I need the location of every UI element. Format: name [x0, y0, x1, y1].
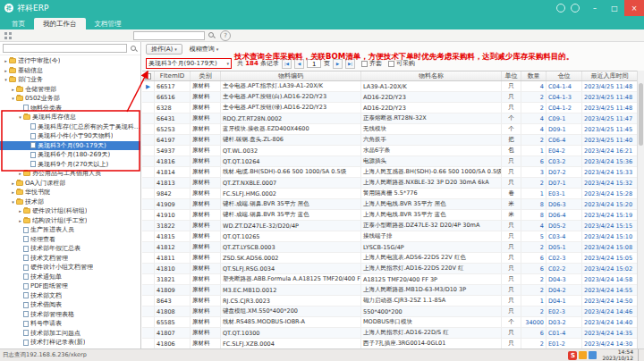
table-row[interactable]: 54937原材料QT.WL.0032水晶6字条包1E04-22023/4/24 … [142, 146, 637, 156]
search-icon[interactable] [208, 31, 216, 39]
user-icon[interactable] [556, 4, 565, 13]
show-desktop-button[interactable] [638, 349, 641, 361]
table-row[interactable]: 41810原材料QT.SLFJ.RSG.0034上海人民指示灯.AD16-22D… [142, 264, 637, 274]
column-header[interactable]: 单位 [502, 71, 521, 80]
table-row[interactable]: 41813原材料QT.ZT.NXBLE.0007上海人民断路器.NXBLE-32… [142, 178, 637, 189]
fuzzy-query-dropdown[interactable]: 模糊查询 ▾ [190, 45, 219, 54]
chevron-down-icon[interactable]: ▾ [3, 75, 9, 85]
chevron-right-icon[interactable]: ▸ [17, 169, 23, 179]
sidebar-search-input[interactable] [3, 44, 127, 53]
chevron-down-icon[interactable]: ▾ [17, 113, 23, 122]
table-row[interactable]: 9842原材料FC.SLFJ.HMG.0002警用隔离栅 5.5*776卷1E0… [142, 189, 637, 199]
table-row[interactable]: ▶66517原材料主令电器.APT.指示灯.LA39-A1-20X/KLA39-… [142, 81, 637, 92]
table-row[interactable]: 41811原材料ZSD.SK.AD56.0002上海人民电流表.AD56-22D… [142, 253, 637, 264]
column-header[interactable]: 物料编码 [221, 71, 361, 80]
table-row[interactable]: 64197原材料键杆.碳钢.盘头.ZL-806六角扳手把2C06-42023/4… [142, 135, 637, 146]
tree-item[interactable]: 技术文档管理 [0, 254, 140, 264]
global-search-input[interactable] [133, 31, 205, 40]
maximize-button[interactable]: □ [605, 0, 624, 16]
tree-item[interactable]: ▸仓储管理部 [0, 85, 140, 95]
apps-grid-icon[interactable] [4, 32, 12, 39]
tree-item[interactable]: 吴现科6个月(180-269天) [0, 150, 140, 160]
tree-item[interactable]: ▸基础信息 [0, 66, 140, 76]
tab-1[interactable]: 我的工作台 [34, 18, 86, 29]
table-row[interactable]: 41909原材料键杆.成端.铜鼻.BVR 35平方 黑色上海人民电线.BVR 3… [142, 199, 637, 210]
table-row[interactable]: 66516原材料主令电器.APT.按钮(白).AD16-22D/Y23AD16-… [142, 92, 637, 103]
tree-item[interactable]: 技术部文档 [0, 291, 140, 301]
chevron-right-icon[interactable]: ▸ [10, 179, 16, 189]
table-row[interactable]: 41816原材料QT.QT.10264电源插头只6C03-22023/4/24 … [142, 156, 637, 167]
chevron-down-icon[interactable]: ▾ [10, 94, 16, 104]
table-row[interactable]: 41809原材料M3.EC.MB1D.0012上海人民断路器.MB1D-63-M… [142, 285, 637, 296]
table-row[interactable]: 6328原材料主令电器.APT.按钮(绿).AD16-22D/Y23AD16-2… [142, 103, 637, 113]
table-row[interactable]: 66431原材料RDQ.ZT.RT28N.0002正泰熔断器.RT28N-32X… [142, 113, 637, 124]
help-icon[interactable]: ? [220, 30, 231, 41]
table-row[interactable]: 41814原材料线材.电缆.BH(SDH)-0.66 500 1000/5A 0… [142, 167, 637, 178]
tree-item[interactable]: 技术部管理表格 [0, 310, 140, 320]
column-header[interactable]: 物料名称 [361, 71, 502, 80]
chevron-down-icon[interactable]: ▾ [10, 197, 16, 207]
tree-item[interactable]: 硬件设计小组文档管理 [0, 263, 140, 273]
table-row[interactable]: 65585原材料线材.RS485.MODBUS-IOBR-AMODBUS串口模块… [142, 317, 637, 328]
tree-item[interactable]: 技术借阅表 [0, 300, 140, 310]
table-row[interactable]: 41806原材料FC.SLFJ.XZB.0004西子7孔插座.3RG0014-0… [142, 339, 637, 348]
tray-icon-1[interactable] [579, 351, 587, 359]
column-header[interactable]: FItemID [155, 71, 191, 80]
column-header[interactable]: 数量 [521, 71, 547, 80]
table-row[interactable]: 41910原材料键杆.成端.铜鼻.BVR 35平方 蓝色上海人民电线.BVR 3… [142, 210, 637, 221]
table-row[interactable]: 41815原材料QT.QT.10265接线端子排只5C03-42023/4/24… [142, 231, 637, 242]
table-row[interactable]: 31821原材料塑壳断路器.ABB.Formula A.A18125 TMF20… [142, 274, 637, 285]
tree-item[interactable]: 物料分类表 [0, 104, 140, 113]
select-all-checkbox[interactable] [142, 71, 155, 80]
table-row[interactable]: 65253原材料蓝牙模块.接收器.EZD400X4600无线模块个4D09-12… [142, 124, 637, 135]
tree-item[interactable]: 生产推进表人员 [0, 225, 140, 235]
tree-item[interactable]: ▾0502业务部 [0, 94, 140, 104]
tree-item[interactable]: 吴现科小件(小于90天物料) [0, 131, 140, 141]
tree-item[interactable]: ▸OA入门课程部 [0, 179, 140, 189]
tab-0[interactable]: 首页 [3, 18, 34, 29]
view-select[interactable]: 吴现科3个月(90-179天) ▾ [146, 58, 232, 69]
table-row[interactable]: 41808原材料键盘模组.XM.550*400*200550*400*200只2… [142, 306, 637, 317]
minimize-button[interactable]: – [585, 0, 605, 16]
chevron-right-icon[interactable]: ▸ [10, 85, 16, 95]
tree-item[interactable]: ▸结构设计组(手工室) [0, 216, 140, 226]
tray-icon-2[interactable] [589, 351, 597, 359]
operate-button[interactable]: 操作(A) ▾ [146, 44, 182, 55]
tree-item[interactable]: ▾技术部 [0, 197, 140, 207]
tree-item[interactable]: ▸进行中审批(今) [0, 56, 140, 66]
chevron-right-icon[interactable]: ▸ [3, 66, 9, 76]
gear-icon[interactable] [571, 4, 580, 13]
tree-item[interactable]: PDF图纸管理 [0, 281, 140, 291]
sidebar-search-icon[interactable] [130, 45, 138, 53]
tree-item[interactable]: ▾部门业务 [0, 75, 140, 85]
tree-item[interactable]: 吴现科3个月(90-179天) [0, 141, 140, 151]
tree-item[interactable]: 技术部年假汇总表 [0, 244, 140, 254]
tree-item[interactable]: ▸华悦书院 [0, 188, 140, 197]
tree-item[interactable]: 技术通知单 [0, 273, 140, 282]
tree-item[interactable]: 经理查看 [0, 235, 140, 245]
table-row[interactable]: 41812原材料QT.ZT.LYSCB.0003LYSCB-15G/4P只2D0… [142, 242, 637, 253]
tree-item[interactable]: ▸硬件设计组(科研组) [0, 206, 140, 216]
scrollbar-thumb[interactable] [639, 83, 643, 146]
column-header[interactable]: 仓位 [547, 71, 582, 80]
chevron-right-icon[interactable]: ▸ [17, 206, 23, 216]
tree-item[interactable]: ▸办公用品与工具借用人员 [0, 169, 140, 179]
vertical-scrollbar[interactable] [637, 71, 644, 348]
chevron-right-icon[interactable]: ▸ [17, 216, 23, 226]
column-header[interactable]: 最近入库时间 [582, 71, 638, 80]
tab-2[interactable]: 文档管理 [86, 18, 131, 29]
tree-item[interactable]: 吴现科9个月(270天以上) [0, 160, 140, 170]
ime-icon[interactable]: S [568, 351, 577, 360]
tree-item[interactable]: ▾吴现科库存信息 [0, 113, 140, 122]
tree-item[interactable]: 技术部加工问题点 [0, 329, 140, 339]
table-row[interactable]: 31822原材料WD.ZT.DZ47LE-32/D20/4P正泰小型断路器.DZ… [142, 221, 637, 231]
column-header[interactable]: 类别 [191, 71, 221, 80]
tree-item[interactable]: 吴现科库存(汇总所有的关于吴现科的发出与入库)(最近30天物料) [0, 122, 140, 132]
close-button[interactable]: × [624, 0, 644, 16]
table-row[interactable]: 41807原材料QT.QT.10300上海人民指示灯.AD16-22D/S 红只… [142, 328, 637, 339]
tree-item[interactable]: 技术打样记录表(新) [0, 338, 140, 348]
table-row[interactable]: 8643原材料RJ.CS.CJR3.0023磁力启动器.CJR3-25Z 1.1… [142, 296, 637, 306]
chevron-right-icon[interactable]: ▸ [3, 56, 9, 66]
chevron-right-icon[interactable]: ▸ [10, 188, 16, 197]
tree-item[interactable]: 料号申请表 [0, 319, 140, 329]
